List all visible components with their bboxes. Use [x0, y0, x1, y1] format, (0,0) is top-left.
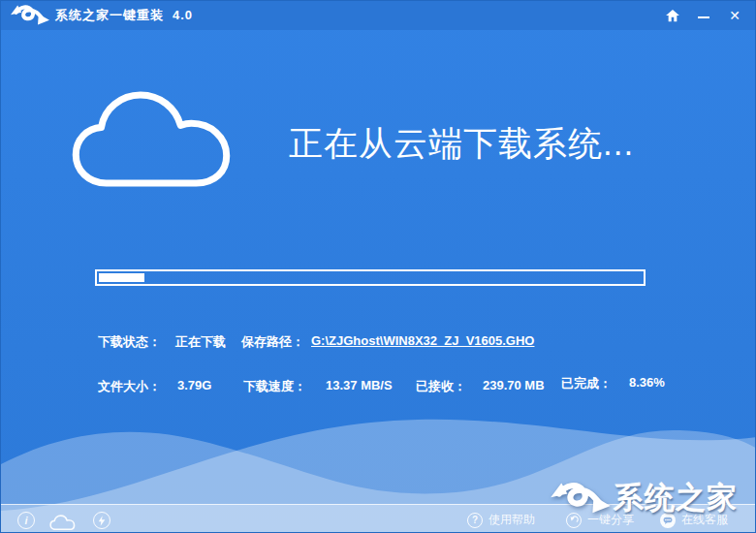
completed-label: 已完成： — [561, 375, 612, 392]
share-link[interactable]: 一键分享 — [566, 512, 634, 528]
help-label: 使用帮助 — [488, 512, 535, 528]
app-title-text: 系统之家一键重装 — [55, 8, 164, 22]
app-version: 4.0 — [173, 8, 193, 22]
progress-fill — [99, 273, 144, 282]
app-window: 系统之家一键重装4.0 ✕ 正在从云端下载系统... 下载状态： 正在下载 保存… — [0, 0, 756, 533]
file-size-value: 3.79G — [177, 378, 211, 392]
online-support-link[interactable]: 在线客服 — [660, 512, 728, 528]
cloud-icon — [49, 515, 76, 531]
info-icon: i — [24, 515, 27, 526]
download-speed-value: 13.37 MB/S — [326, 378, 393, 392]
chat-icon — [660, 513, 676, 528]
info-button[interactable]: i — [17, 512, 35, 529]
completed-value: 8.36% — [629, 375, 665, 390]
help-icon: ? — [467, 513, 483, 528]
received-label: 已接收： — [416, 378, 466, 395]
titlebar: 系统之家一键重装4.0 ✕ — [1, 1, 755, 30]
save-path-label: 保存路径： — [241, 333, 304, 351]
lightning-icon — [98, 516, 106, 526]
detail-row-2: 文件大小： 3.79G 下载速度： 13.37 MB/S 已接收： 239.70… — [1, 378, 755, 393]
window-controls: ✕ — [664, 1, 743, 30]
download-status-label: 下载状态： — [98, 333, 161, 351]
app-logo-icon — [11, 4, 49, 27]
home-icon — [666, 10, 679, 22]
file-size-label: 文件大小： — [98, 378, 161, 395]
help-link[interactable]: ? 使用帮助 — [467, 512, 535, 528]
share-label: 一键分享 — [587, 512, 634, 528]
progress-bar — [95, 269, 646, 286]
share-icon — [566, 513, 582, 528]
received-value: 239.70 MB — [483, 378, 545, 392]
boost-button[interactable] — [93, 512, 110, 529]
app-title: 系统之家一键重装4.0 — [55, 7, 193, 24]
home-button[interactable] — [664, 7, 681, 24]
close-button[interactable]: ✕ — [726, 7, 743, 24]
footer-bar — [1, 504, 756, 533]
cloud-button[interactable] — [49, 515, 76, 530]
minimize-button[interactable] — [695, 7, 712, 24]
cloud-download-icon — [69, 88, 236, 192]
save-path-link[interactable]: G:\ZJGhost\WIN8X32_ZJ_V1605.GHO — [311, 333, 534, 348]
download-speed-label: 下载速度： — [243, 378, 306, 395]
online-support-label: 在线客服 — [681, 512, 728, 528]
detail-row-1: 下载状态： 正在下载 保存路径： G:\ZJGhost\WIN8X32_ZJ_V… — [1, 333, 755, 349]
status-headline: 正在从云端下载系统... — [289, 121, 634, 167]
download-status-value: 正在下载 — [175, 333, 226, 351]
minimize-icon — [698, 16, 709, 18]
